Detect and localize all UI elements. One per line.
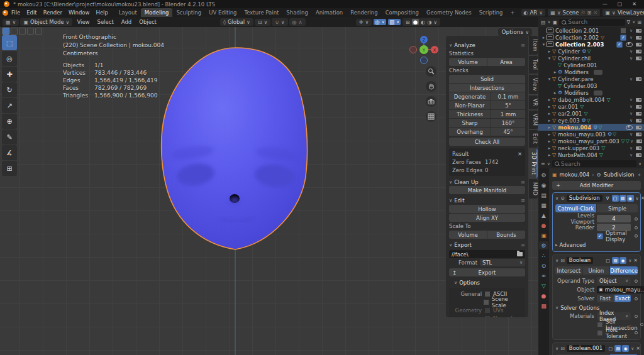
camera-visibility-icon[interactable] — [636, 98, 641, 102]
disclosure-right-icon[interactable]: ▸ — [547, 139, 552, 144]
outliner-row[interactable]: ▸▽mokou_mayu.003⚙▽∨ — [538, 131, 644, 138]
check-name[interactable]: Sharp — [449, 119, 491, 127]
make-manifold-button[interactable]: Make Manifold — [449, 186, 525, 194]
outliner-row[interactable]: ▸⚙Modifiers — [538, 89, 644, 96]
tool-annotate[interactable]: ✎ — [2, 129, 17, 145]
checkbox-hole-tolerant[interactable] — [597, 330, 603, 336]
optimal-display-checkbox[interactable]: ✓ — [597, 233, 603, 239]
material-shading-icon[interactable]: ◐ — [421, 19, 425, 25]
camera-visibility-icon[interactable] — [636, 119, 641, 123]
camera-visibility-icon[interactable] — [636, 29, 641, 33]
tool-add-cube[interactable]: ⊞ — [2, 161, 17, 176]
camera-visibility-icon[interactable] — [636, 50, 641, 53]
workspace-tab-shading[interactable]: Shading — [282, 8, 312, 17]
operand-type-dropdown[interactable]: Object∨ — [597, 277, 631, 285]
menu-window[interactable]: Window — [65, 9, 93, 16]
hide-toggle-icon[interactable]: ∨ — [630, 111, 633, 116]
display-mode-icon[interactable]: ▤ — [541, 19, 546, 25]
camera-visibility-icon[interactable] — [636, 36, 641, 40]
tab-constraints[interactable]: ∞ — [539, 271, 548, 280]
add-workspace-button[interactable]: + — [506, 8, 518, 17]
scale-button-volume[interactable]: Volume — [449, 231, 487, 239]
select-intersect-icon[interactable] — [35, 28, 42, 35]
tool-cursor[interactable]: ◎ — [2, 51, 17, 66]
modifier-name-field[interactable]: Subdivision — [567, 195, 602, 202]
edit-button-hollow[interactable]: Hollow — [449, 205, 525, 213]
disclosure-down-icon[interactable]: ▾ — [547, 77, 552, 82]
disclosure-down-icon[interactable]: ▾ — [547, 56, 552, 61]
tool-transform[interactable]: ⊕ — [2, 114, 17, 129]
tool-scale[interactable]: ↗ — [2, 98, 17, 113]
disclosure-right-icon[interactable]: ▸ — [541, 35, 547, 40]
toggle-perspective-button[interactable] — [426, 111, 436, 122]
menu-render[interactable]: Render — [40, 9, 65, 16]
tab-render[interactable]: ◉ — [539, 181, 548, 189]
realtime-toggle[interactable]: ▤ — [612, 257, 619, 264]
checkbox-uvs[interactable] — [484, 307, 491, 314]
value-slider[interactable]: 4 — [597, 215, 631, 222]
pivot-point-selector[interactable]: ⊡∨ — [255, 19, 271, 26]
eye-icon[interactable] — [626, 42, 633, 47]
camera-visibility-icon[interactable] — [636, 112, 641, 116]
solid-shading-icon[interactable]: ● — [412, 19, 419, 25]
sidebar-tab-edit[interactable]: Edit — [529, 130, 538, 148]
disclosure-right-icon[interactable]: ▸ — [547, 49, 552, 54]
add-modifier-button[interactable]: +Add Modifier — [552, 181, 641, 190]
segment-catmull-clark[interactable]: Catmull-Clark — [555, 204, 596, 212]
exclude-checkbox[interactable] — [620, 28, 626, 34]
camera-visibility-icon[interactable] — [636, 133, 641, 136]
hide-toggle-icon[interactable]: ∨ — [630, 153, 633, 158]
exclude-checkbox[interactable]: ✓ — [616, 41, 623, 48]
remove-modifier-icon[interactable]: ✕ — [636, 346, 640, 351]
close-icon[interactable]: ✕ — [518, 151, 522, 157]
hide-toggle-icon[interactable]: ∨ — [630, 139, 633, 144]
hide-toggle-icon[interactable]: ∨ — [630, 77, 633, 82]
solver-exact[interactable]: Exact — [614, 295, 631, 302]
check-all-button[interactable]: Check All — [449, 138, 525, 146]
viewport-menu-select[interactable]: Select — [94, 19, 117, 25]
workspace-tab-geometry-nodes[interactable]: Geometry Nodes — [423, 8, 475, 17]
tab-physics[interactable]: ⊙ — [539, 261, 548, 270]
camera-visibility-icon[interactable] — [636, 146, 641, 150]
check-name[interactable]: Non-Planar — [449, 101, 491, 109]
tab-object[interactable]: ▣ — [539, 231, 548, 239]
tab-tool[interactable]: ⚙ — [539, 171, 548, 179]
viewport-canvas[interactable]: ⬚◎✚↻↗⊕✎∡⊞Front Orthographic(220) Scene C… — [0, 27, 538, 355]
realtime-toggle[interactable]: ▤ — [619, 195, 626, 202]
render-toggle[interactable]: ◉ — [619, 257, 626, 264]
tab-modifiers[interactable]: ⚙ — [539, 241, 548, 249]
workspace-tab-sculpting[interactable]: Sculpting — [172, 8, 205, 17]
outliner-row[interactable]: ▾▽Cylinder.chil∨ — [538, 55, 644, 62]
hide-toggle-icon[interactable]: ∨ — [630, 28, 633, 33]
check-value[interactable]: 45° — [491, 128, 525, 136]
transform-orientation-selector[interactable]: ◊Global∨ — [220, 18, 253, 26]
remove-modifier-icon[interactable]: ✕ — [641, 195, 644, 201]
outliner-row[interactable]: ▾▽Cylinder.pare∨ — [538, 75, 644, 82]
outliner-row[interactable]: Collection 2.001∨ — [538, 27, 644, 34]
hide-toggle-icon[interactable]: ∨ — [630, 97, 633, 102]
disclosure-right-icon[interactable]: ▸ — [547, 118, 552, 123]
disclosure-right-icon[interactable]: ▸ — [547, 111, 552, 116]
workspace-scene-selector[interactable]: ◐AR∨ — [521, 9, 546, 16]
zoom-button[interactable] — [426, 66, 436, 77]
workspace-tab-texture-paint[interactable]: Texture Paint — [241, 8, 283, 17]
workspace-tab-animation[interactable]: Animation — [312, 8, 347, 17]
solver-fast[interactable]: Fast — [597, 295, 614, 302]
sidebar-tab-mmd[interactable]: MMD — [529, 179, 538, 199]
wireframe-shading-icon[interactable]: ⊞ — [406, 19, 410, 25]
outliner-row[interactable]: ▸▽mokou.004⚙▽ — [538, 124, 644, 131]
modifier-extras-icon[interactable]: ∨ — [636, 196, 639, 201]
viewport-menu-add[interactable]: Add — [118, 19, 135, 25]
tab-view-layer[interactable]: ▦ — [539, 201, 548, 209]
chevron-down-icon[interactable]: ∨ — [555, 305, 558, 310]
select-subtract-icon[interactable] — [19, 28, 26, 35]
tab-scene[interactable]: ▲ — [539, 211, 548, 219]
sidebar-tab-item[interactable]: Item — [529, 36, 538, 55]
rendered-shading-icon[interactable]: ◑ — [427, 19, 431, 25]
outliner-row[interactable]: ▸▽eye.003⚙▽∨ — [538, 117, 644, 124]
tool-select-box[interactable]: ⬚ — [2, 35, 17, 50]
show-gizmo-toggle[interactable]: ✛∨ — [356, 19, 372, 26]
disclosure-right-icon[interactable]: ▸ — [547, 125, 552, 130]
properties-editor-icon[interactable]: ≡ — [541, 161, 545, 167]
camera-visibility-icon[interactable] — [636, 57, 641, 60]
